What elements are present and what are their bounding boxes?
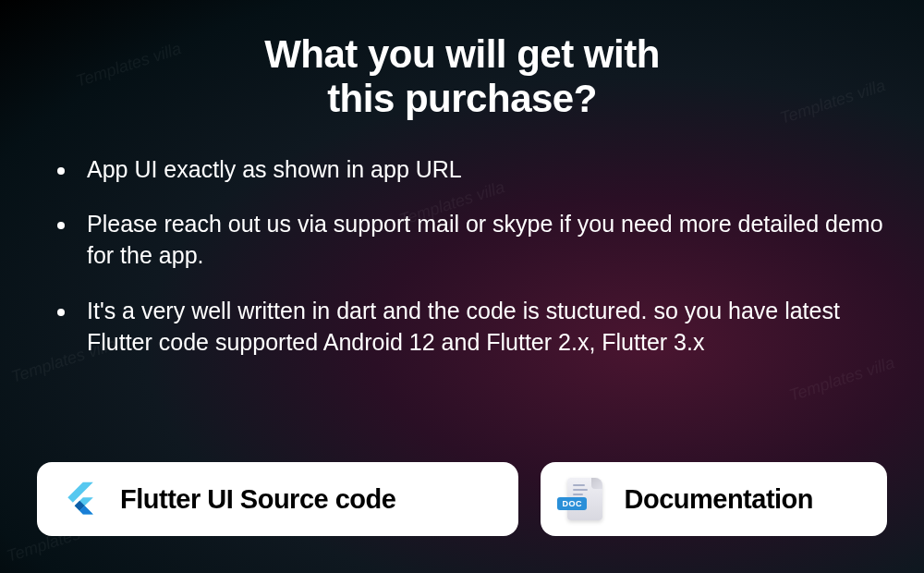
list-item: It's a very well written in dart and the…	[57, 296, 887, 359]
list-item: Please reach out us via support mail or …	[57, 209, 887, 272]
docs-card-label: Documentation	[624, 484, 813, 515]
flutter-icon	[59, 477, 103, 521]
document-icon: DOC	[563, 477, 607, 521]
list-item: App UI exactly as shown in app URL	[57, 154, 887, 186]
cards-row: Flutter UI Source code DOC Documentation	[37, 462, 887, 536]
flutter-source-card: Flutter UI Source code	[37, 462, 518, 536]
flutter-card-label: Flutter UI Source code	[120, 484, 395, 515]
page-title: What you will get with this purchase?	[37, 32, 887, 122]
doc-badge: DOC	[557, 497, 587, 510]
feature-list: App UI exactly as shown in app URL Pleas…	[37, 154, 887, 462]
documentation-card: DOC Documentation	[541, 462, 887, 536]
